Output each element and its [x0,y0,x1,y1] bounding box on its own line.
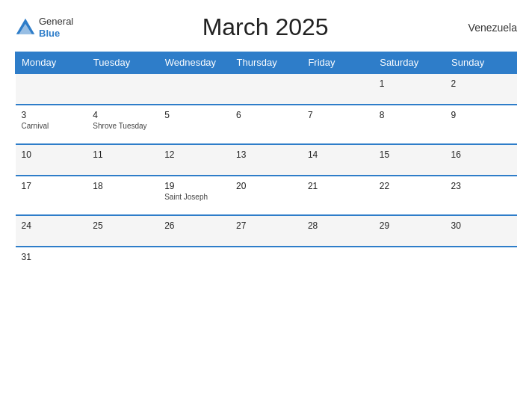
country-label: Venezuela [457,22,517,34]
day-cell: 24 [16,215,87,247]
day-cell: 14 [302,144,374,176]
weekday-header-monday: Monday [16,52,87,74]
day-cell: 13 [230,144,302,176]
day-number: 13 [236,149,296,160]
day-cell [230,247,302,277]
day-cell: 27 [230,215,302,247]
day-number: 5 [164,110,224,120]
day-number: 15 [380,149,439,160]
day-cell: 11 [87,144,158,176]
day-cell [445,247,517,277]
day-number: 4 [93,110,152,120]
day-number: 21 [308,181,368,191]
day-cell: 7 [302,105,374,144]
week-row-3: 171819Saint Joseph20212223 [16,176,517,215]
weekday-header-wednesday: Wednesday [158,52,230,74]
calendar-container: General Blue March 2025 Venezuela Monday… [0,0,532,411]
day-number: 6 [236,110,296,120]
day-number: 10 [22,149,81,160]
weekday-header-tuesday: Tuesday [87,52,158,74]
day-cell: 15 [374,144,445,176]
week-row-5: 31 [16,247,517,277]
day-number: 27 [236,220,296,231]
day-cell [158,247,230,277]
day-cell: 22 [374,176,445,215]
day-cell: 2 [445,73,517,105]
day-cell [87,73,158,105]
day-number: 31 [22,252,81,262]
day-cell: 1 [374,73,445,105]
day-cell: 4Shrove Tuesday [87,105,158,144]
day-cell [374,247,445,277]
calendar-table: MondayTuesdayWednesdayThursdayFridaySatu… [15,52,517,277]
day-number: 18 [93,181,152,191]
weekday-header-sunday: Sunday [445,52,517,74]
day-cell: 28 [302,215,374,247]
day-number: 25 [93,220,152,231]
logo-text: General Blue [39,16,73,39]
day-number: 1 [380,78,439,89]
week-row-1: 3Carnival4Shrove Tuesday56789 [16,105,517,144]
day-number: 11 [93,149,152,160]
day-cell: 20 [230,176,302,215]
day-number: 30 [451,220,511,231]
day-cell: 12 [158,144,230,176]
day-number: 29 [380,220,439,231]
day-cell: 5 [158,105,230,144]
day-number: 16 [451,149,511,160]
logo: General Blue [15,16,73,39]
weekday-header-saturday: Saturday [374,52,445,74]
day-cell: 31 [16,247,87,277]
week-row-2: 10111213141516 [16,144,517,176]
calendar-header: General Blue March 2025 Venezuela [15,13,517,41]
logo-icon [15,17,36,38]
day-cell [302,73,374,105]
holiday-label: Carnival [22,122,81,130]
week-row-0: 12 [16,73,517,105]
day-cell [158,73,230,105]
day-number: 19 [164,181,224,191]
weekday-header-row: MondayTuesdayWednesdayThursdayFridaySatu… [16,52,517,74]
holiday-label: Shrove Tuesday [93,122,152,130]
day-cell: 26 [158,215,230,247]
day-cell: 19Saint Joseph [158,176,230,215]
day-cell: 21 [302,176,374,215]
day-cell: 16 [445,144,517,176]
day-number: 12 [164,149,224,160]
day-cell: 17 [16,176,87,215]
day-cell: 3Carnival [16,105,87,144]
day-cell [302,247,374,277]
day-cell: 30 [445,215,517,247]
day-number: 20 [236,181,296,191]
day-cell: 10 [16,144,87,176]
day-cell: 29 [374,215,445,247]
day-number: 14 [308,149,368,160]
weekday-header-friday: Friday [302,52,374,74]
day-number: 22 [380,181,439,191]
holiday-label: Saint Joseph [164,193,224,201]
day-cell [16,73,87,105]
weekday-header-thursday: Thursday [230,52,302,74]
day-number: 26 [164,220,224,231]
day-cell: 25 [87,215,158,247]
day-number: 7 [308,110,368,120]
day-cell: 23 [445,176,517,215]
day-cell: 6 [230,105,302,144]
month-title: March 2025 [73,13,457,41]
day-cell: 9 [445,105,517,144]
day-number: 24 [22,220,81,231]
day-number: 8 [380,110,439,120]
day-number: 17 [22,181,81,191]
day-cell [87,247,158,277]
day-cell [230,73,302,105]
day-number: 2 [451,78,511,89]
day-number: 3 [22,110,81,120]
day-cell: 8 [374,105,445,144]
day-cell: 18 [87,176,158,215]
day-number: 28 [308,220,368,231]
day-number: 9 [451,110,511,120]
week-row-4: 24252627282930 [16,215,517,247]
day-number: 23 [451,181,511,191]
